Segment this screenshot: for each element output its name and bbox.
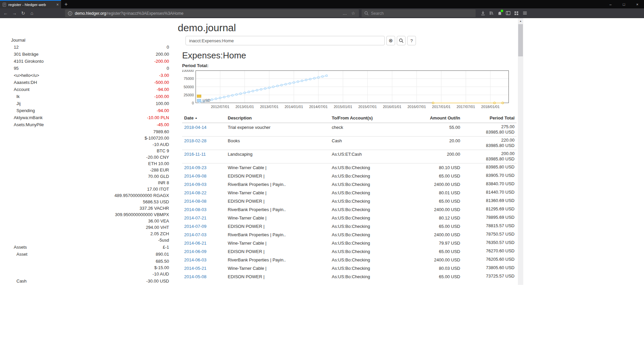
transaction-date-link[interactable]: 2014-06-21 <box>184 241 207 246</box>
browser-tab[interactable]: register - hledger-web × <box>0 0 61 8</box>
register-row: 2014-06-21Wine-Tarner Cable |As:US:Bo:Ch… <box>182 239 517 247</box>
transaction-date-link[interactable]: 2014-07-21 <box>184 215 207 220</box>
register-amount-cell: 2400.00 USD <box>412 180 462 189</box>
sidebar-account-link[interactable]: Spending <box>9 107 35 114</box>
window-minimize-button[interactable]: – <box>604 0 617 8</box>
transaction-date-link[interactable]: 2014-09-08 <box>184 173 207 179</box>
sidebar-toggle-button[interactable] <box>504 9 512 17</box>
sidebar-account-balance: 685.50$-15.00-10 AUD <box>153 258 169 277</box>
new-tab-button[interactable]: + <box>61 0 71 8</box>
tab-close-icon[interactable]: × <box>56 2 59 7</box>
sidebar-account-link[interactable]: Asets:MunyPile <box>9 121 44 128</box>
transaction-date-link[interactable]: 2014-08-03 <box>184 207 207 212</box>
transaction-date-link[interactable]: 2014-09-23 <box>184 165 207 170</box>
page-scrollbar[interactable]: ▲ <box>518 18 523 285</box>
transaction-date-link[interactable]: 2014-06-09 <box>184 249 207 254</box>
sidebar-account-link[interactable]: Aktywa:mBank <box>9 114 43 121</box>
journal-title: demo.journal <box>178 22 236 34</box>
svg-text:2015/07/01: 2015/07/01 <box>358 105 377 109</box>
tab-title: register - hledger-web <box>8 3 54 7</box>
register-amount-cell: 2400.00 USD <box>412 205 462 214</box>
sidebar-account-link[interactable]: 12 <box>9 44 18 50</box>
window-close-button[interactable]: × <box>631 0 644 8</box>
sidebar-account-balance: £-1 <box>163 244 169 250</box>
column-header-description[interactable]: Description <box>226 114 330 123</box>
register-total-cell: 76270.60 USD <box>462 247 517 256</box>
register-description-cell: EDISON POWER | <box>226 247 330 256</box>
scrollbar-thumb[interactable] <box>518 24 523 56</box>
column-header-date[interactable]: Date ▲ <box>182 114 226 123</box>
sidebar-journal-link[interactable]: Journal <box>9 37 169 43</box>
balance-amount: -3.00 <box>159 72 169 79</box>
window-maximize-button[interactable]: □ <box>617 0 631 8</box>
transaction-date-link[interactable]: 2014-07-03 <box>184 232 207 237</box>
sidebar-account-link[interactable]: 4101 Girokonto <box>9 58 44 64</box>
period-total-line: 83985.80 USD <box>464 156 515 162</box>
balance-amount: 17.00 ITOT <box>114 186 169 192</box>
transaction-date-link[interactable]: 2018-04-14 <box>184 125 207 130</box>
home-button[interactable]: ⌂ <box>28 9 36 17</box>
transaction-date-link[interactable]: 2014-05-08 <box>184 274 207 279</box>
sidebar-account-link[interactable]: Jij <box>9 100 20 107</box>
transaction-date-link[interactable]: 2014-06-03 <box>184 257 207 262</box>
sidebar-account-link[interactable]: Aaasets:DH <box>9 79 37 86</box>
apps-button[interactable] <box>512 9 521 17</box>
sidebar-account-link[interactable]: 95 <box>9 65 18 71</box>
reload-button[interactable]: ↻ <box>19 9 28 17</box>
transaction-date-link[interactable]: 2018-02-28 <box>184 138 207 143</box>
browser-navbar: ← → ↻ ⌂ demo.hledger.org/register?q=inac… <box>0 8 644 18</box>
column-header-total[interactable]: Period Total <box>462 114 517 123</box>
sidebar-account-link[interactable]: Asset <box>9 251 28 257</box>
column-header-amount[interactable]: Amount Out/In <box>412 114 462 123</box>
register-row: 2018-04-14Trial expense vouchercheck55.0… <box>182 123 517 137</box>
url-path: /register?q=inacct%3AExpenses%3AHome <box>106 11 183 16</box>
search-button[interactable] <box>397 36 406 45</box>
balance-amount: -100.00 <box>154 93 169 100</box>
register-amount-cell: 2400.00 USD <box>412 231 462 239</box>
downloads-button[interactable] <box>479 9 487 17</box>
sidebar-account-balance: 0 <box>167 44 169 50</box>
browser-search-bar[interactable]: Search <box>362 9 476 17</box>
menu-button[interactable] <box>521 9 529 17</box>
sidebar-account-link[interactable]: lk <box>9 93 19 100</box>
sidebar-account-balance: -94.00 <box>157 86 169 93</box>
forward-button[interactable]: → <box>10 9 19 17</box>
balance-amount: BTC 9 <box>114 148 169 154</box>
register-table-body: 2018-04-14Trial expense vouchercheck55.0… <box>182 123 517 281</box>
register-date-cell: 2014-06-21 <box>182 239 226 247</box>
register-date-cell: 2014-08-03 <box>182 205 226 214</box>
register-account-cell: As:US:Bo:Checking <box>330 189 412 197</box>
register-account-cell: As:US:Bo:Checking <box>330 163 412 172</box>
extension-button[interactable] <box>495 9 504 17</box>
sidebar-account-link[interactable]: 301 Beiträge <box>9 51 39 57</box>
query-input[interactable] <box>185 36 385 45</box>
transaction-date-link[interactable]: 2016-11-11 <box>184 152 206 157</box>
sidebar-account-row: 7989.60$-100720.00-10 AUDBTC 9-20.00 CNY… <box>9 129 169 243</box>
transaction-date-link[interactable]: 2014-09-03 <box>184 182 207 187</box>
column-header-account[interactable]: To/From Account(s) <box>330 114 412 123</box>
sidebar-account-row: <u>hello</u>-3.00 <box>9 72 169 79</box>
transaction-date-link[interactable]: 2014-08-08 <box>184 199 207 204</box>
transaction-date-link[interactable]: 2014-07-09 <box>184 224 207 229</box>
balance-amount: 890.01 <box>156 251 169 257</box>
page-actions-icon[interactable]: … <box>341 11 348 16</box>
clear-query-button[interactable]: ⊗ <box>386 36 395 45</box>
scrollbar-up-icon[interactable]: ▲ <box>518 18 523 23</box>
library-button[interactable] <box>487 9 495 17</box>
account-heading: Expenses:Home <box>182 50 246 61</box>
sidebar-account-link[interactable]: <u>hello</u> <box>9 72 39 79</box>
help-button[interactable]: ? <box>407 36 416 45</box>
url-bar[interactable]: demo.hledger.org/register?q=inacct%3AExp… <box>65 9 359 17</box>
register-row: 2014-07-21Wine-Tarner Cable |As:US:Bo:Ch… <box>182 214 517 222</box>
sidebar: Journal 120301 Beiträge200.004101 Giroko… <box>9 37 169 285</box>
info-icon[interactable] <box>68 11 72 16</box>
sidebar-account-link[interactable]: Assets <box>9 244 27 250</box>
sidebar-account-row: Cash-30.00 USD <box>9 278 169 284</box>
sidebar-account-link[interactable]: Account <box>9 86 30 93</box>
transaction-date-link[interactable]: 2014-05-21 <box>184 266 207 271</box>
sidebar-account-link[interactable]: Cash <box>9 278 26 284</box>
sidebar-account-row: Asset890.01 <box>9 251 169 257</box>
bookmark-star-icon[interactable]: ☆ <box>350 11 356 16</box>
back-button[interactable]: ← <box>1 9 10 17</box>
transaction-date-link[interactable]: 2014-08-22 <box>184 190 207 195</box>
